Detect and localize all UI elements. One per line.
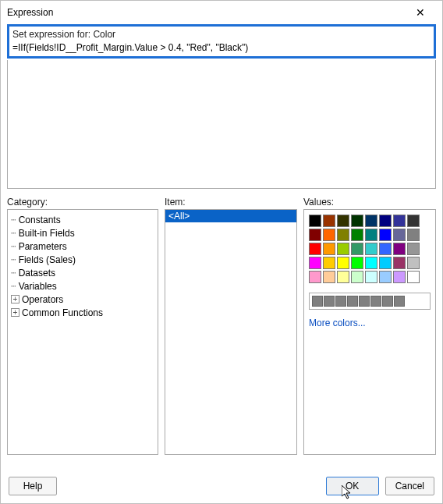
button-bar: Help OK Cancel xyxy=(1,469,442,503)
recent-color[interactable] xyxy=(382,296,393,307)
color-swatch[interactable] xyxy=(337,257,349,269)
cancel-button[interactable]: Cancel xyxy=(385,477,434,495)
color-swatch[interactable] xyxy=(407,243,420,255)
color-swatch[interactable] xyxy=(365,257,377,269)
category-item[interactable]: ⋯Datasets xyxy=(9,266,156,279)
recent-color[interactable] xyxy=(359,296,370,307)
color-swatch[interactable] xyxy=(407,271,420,283)
expression-highlight: Set expression for: Color xyxy=(7,24,436,59)
color-swatch[interactable] xyxy=(393,243,406,255)
more-colors-link[interactable]: More colors... xyxy=(309,318,431,328)
category-item-label: Operators xyxy=(22,294,63,305)
tree-leaf-icon: ⋯ xyxy=(11,241,16,251)
color-swatch[interactable] xyxy=(351,243,363,255)
color-swatch[interactable] xyxy=(309,271,321,283)
values-label: Values: xyxy=(303,197,436,208)
expression-textarea-extra[interactable] xyxy=(7,60,436,189)
color-swatch[interactable] xyxy=(379,271,392,283)
category-item-label: Common Functions xyxy=(22,307,103,318)
tree-expander-icon[interactable]: + xyxy=(11,295,19,303)
recent-color[interactable] xyxy=(347,296,358,307)
color-swatch[interactable] xyxy=(365,271,377,283)
tree-expander-icon[interactable]: + xyxy=(11,308,19,317)
category-item-label: Constants xyxy=(19,215,61,225)
category-item-label: Variables xyxy=(19,281,57,292)
close-icon[interactable]: ✕ xyxy=(405,6,436,19)
category-item[interactable]: ⋯Parameters xyxy=(9,240,156,253)
window-title: Expression xyxy=(7,7,405,18)
color-swatch[interactable] xyxy=(323,215,335,227)
color-swatch[interactable] xyxy=(379,215,392,227)
tree-leaf-icon: ⋯ xyxy=(11,215,16,225)
titlebar: Expression ✕ xyxy=(1,1,442,24)
color-swatch[interactable] xyxy=(337,271,349,283)
dialog-content: Set expression for: Color Category: Item… xyxy=(1,24,442,469)
category-item-label: Parameters xyxy=(19,241,67,252)
color-swatch[interactable] xyxy=(379,229,392,241)
color-swatch[interactable] xyxy=(309,257,321,269)
category-listbox[interactable]: ⋯Constants⋯Built-in Fields⋯Parameters⋯Fi… xyxy=(7,209,158,455)
color-swatch[interactable] xyxy=(323,243,335,255)
category-item[interactable]: ⋯Variables xyxy=(9,279,156,293)
recent-colors-box xyxy=(309,293,431,310)
color-swatch[interactable] xyxy=(323,271,335,283)
color-swatch[interactable] xyxy=(309,215,321,227)
color-swatch[interactable] xyxy=(365,243,377,255)
recent-color[interactable] xyxy=(394,296,405,307)
item-label: Item: xyxy=(165,197,297,208)
color-swatch[interactable] xyxy=(365,229,377,241)
color-swatch[interactable] xyxy=(351,271,363,283)
color-swatch[interactable] xyxy=(393,229,406,241)
help-button[interactable]: Help xyxy=(9,477,57,495)
color-swatch[interactable] xyxy=(365,215,377,227)
category-item-label: Built-in Fields xyxy=(19,228,75,239)
color-swatch[interactable] xyxy=(337,243,349,255)
category-item[interactable]: ⋯Built-in Fields xyxy=(9,226,156,240)
color-swatch[interactable] xyxy=(337,215,349,227)
category-item-label: Datasets xyxy=(19,268,55,279)
category-item[interactable]: +Operators xyxy=(9,293,156,306)
item-listbox[interactable]: <All> xyxy=(165,209,297,455)
values-panel: More colors... xyxy=(303,209,436,455)
color-swatch[interactable] xyxy=(351,215,363,227)
recent-color[interactable] xyxy=(335,296,346,307)
recent-color[interactable] xyxy=(312,296,323,307)
help-button-label: Help xyxy=(23,481,43,492)
ok-button-label: OK xyxy=(346,481,359,492)
tree-leaf-icon: ⋯ xyxy=(11,228,16,238)
category-item[interactable]: ⋯Constants xyxy=(9,213,156,226)
color-swatch[interactable] xyxy=(407,257,420,269)
color-swatch[interactable] xyxy=(393,271,406,283)
expression-input[interactable] xyxy=(12,42,431,53)
category-item[interactable]: +Common Functions xyxy=(9,306,156,319)
cancel-button-label: Cancel xyxy=(395,481,424,492)
ok-button[interactable]: OK xyxy=(326,477,379,495)
panels-row: ⋯Constants⋯Built-in Fields⋯Parameters⋯Fi… xyxy=(7,209,436,466)
category-label: Category: xyxy=(7,197,158,208)
color-swatch[interactable] xyxy=(351,257,363,269)
color-swatch[interactable] xyxy=(337,229,349,241)
item-all[interactable]: <All> xyxy=(165,210,296,222)
panel-labels: Category: Item: Values: xyxy=(7,197,436,208)
color-swatch[interactable] xyxy=(379,243,392,255)
recent-color[interactable] xyxy=(370,296,381,307)
category-item-label: Fields (Sales) xyxy=(19,254,76,265)
color-swatch[interactable] xyxy=(393,215,406,227)
color-swatch[interactable] xyxy=(393,257,406,269)
tree-leaf-icon: ⋯ xyxy=(11,254,16,264)
set-expression-for-label: Set expression for: Color xyxy=(12,28,431,42)
color-swatch[interactable] xyxy=(309,229,321,241)
color-swatch[interactable] xyxy=(379,257,392,269)
color-swatch[interactable] xyxy=(407,215,420,227)
tree-leaf-icon: ⋯ xyxy=(11,268,16,278)
color-swatch[interactable] xyxy=(309,243,321,255)
color-swatch[interactable] xyxy=(407,229,420,241)
tree-leaf-icon: ⋯ xyxy=(11,281,16,291)
color-swatch[interactable] xyxy=(351,229,363,241)
color-swatch[interactable] xyxy=(323,257,335,269)
expression-dialog: Expression ✕ Set expression for: Color C… xyxy=(0,0,443,504)
color-swatch-grid xyxy=(309,215,431,283)
color-swatch[interactable] xyxy=(323,229,335,241)
category-item[interactable]: ⋯Fields (Sales) xyxy=(9,253,156,266)
recent-color[interactable] xyxy=(324,296,335,307)
